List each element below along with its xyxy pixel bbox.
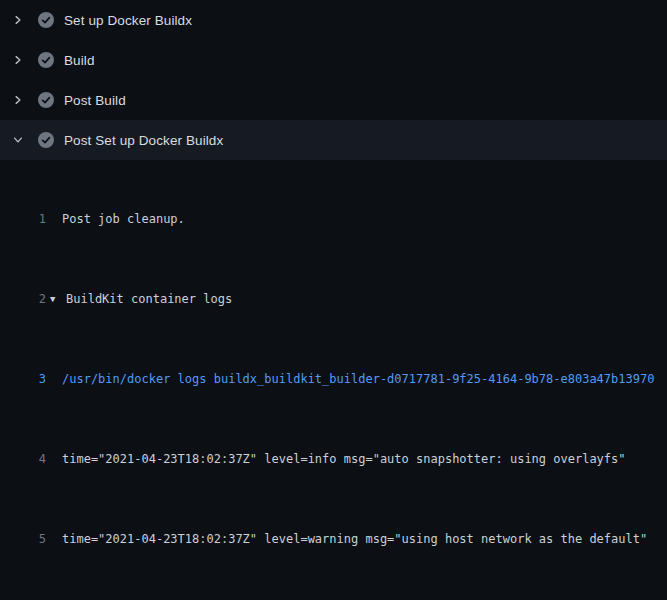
step-label: Set up Docker Buildx (64, 13, 192, 28)
log-text: Post job cleanup. (46, 209, 185, 229)
log-row: 5 time="2021-04-23T18:02:37Z" level=warn… (0, 529, 667, 549)
chevron-right-icon (10, 52, 26, 68)
log-row: 2 ▼ BuildKit container logs (0, 289, 667, 309)
line-number[interactable]: 5 (0, 529, 46, 549)
log-text: time="2021-04-23T18:02:37Z" level=warnin… (46, 529, 647, 549)
check-circle-icon (38, 132, 54, 148)
step-row-post-set-up-docker-buildx[interactable]: Post Set up Docker Buildx (0, 120, 667, 160)
line-number[interactable]: 3 (0, 369, 46, 389)
step-label: Post Set up Docker Buildx (64, 133, 223, 148)
line-number[interactable]: 2 (0, 289, 46, 309)
check-circle-icon (38, 92, 54, 108)
check-circle-icon (38, 52, 54, 68)
log-text: time="2021-04-23T18:02:37Z" level=info m… (46, 449, 626, 469)
workflow-job-log-page: Set up Docker Buildx Build Post Build (0, 0, 667, 600)
log-viewer: 1 Post job cleanup. 2 ▼ BuildKit contain… (0, 160, 667, 600)
log-command-text: /usr/bin/docker logs buildx_buildkit_bui… (46, 369, 654, 389)
step-row-set-up-docker-buildx[interactable]: Set up Docker Buildx (0, 0, 667, 40)
collapse-triangle-icon[interactable]: ▼ (46, 289, 66, 309)
check-circle-icon (38, 12, 54, 28)
step-label: Build (64, 53, 95, 68)
line-number[interactable]: 1 (0, 209, 46, 229)
steps-list: Set up Docker Buildx Build Post Build (0, 0, 667, 160)
chevron-right-icon (10, 92, 26, 108)
chevron-down-icon (10, 132, 26, 148)
step-row-post-build[interactable]: Post Build (0, 80, 667, 120)
log-row: 4 time="2021-04-23T18:02:37Z" level=info… (0, 449, 667, 469)
log-row: 3 /usr/bin/docker logs buildx_buildkit_b… (0, 369, 667, 389)
line-number[interactable]: 4 (0, 449, 46, 469)
chevron-right-icon (10, 12, 26, 28)
step-label: Post Build (64, 93, 126, 108)
log-row: 1 Post job cleanup. (0, 209, 667, 229)
step-row-build[interactable]: Build (0, 40, 667, 80)
log-text[interactable]: BuildKit container logs (66, 289, 232, 309)
